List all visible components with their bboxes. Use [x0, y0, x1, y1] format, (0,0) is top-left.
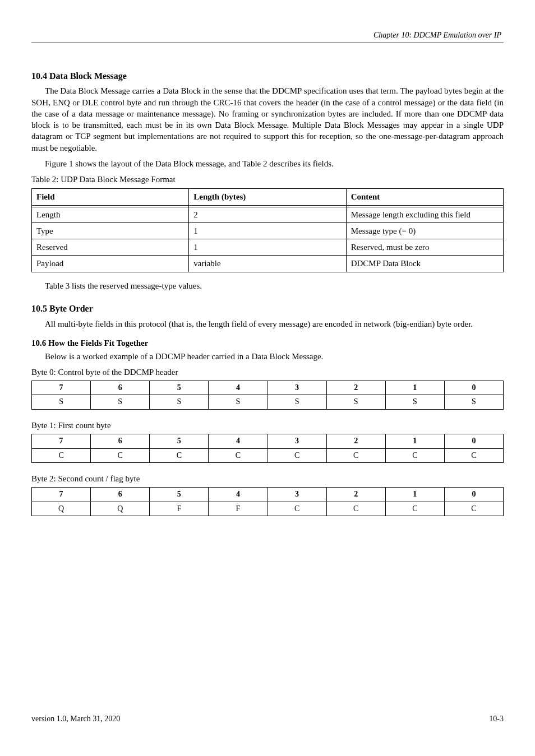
bitval: C: [268, 502, 326, 516]
table2-header-row: Field Length (bytes) Content: [32, 189, 504, 205]
bitval: C: [326, 502, 385, 516]
table-row: Reserved 1 Reserved, must be zero: [32, 239, 504, 256]
table2-h-content: Content: [346, 189, 503, 205]
para-data-block-1: The Data Block Message carries a Data Bl…: [31, 85, 504, 154]
bitval: C: [385, 502, 444, 516]
bitval: C: [326, 448, 385, 463]
bitnum: 3: [268, 487, 326, 502]
bitnum: 6: [91, 434, 150, 448]
bitnum: 4: [209, 434, 268, 448]
spacer: [31, 47, 504, 59]
byte2-bitvals: Q Q F F C C C C: [32, 502, 504, 516]
para-fields-intro: Below is a worked example of a DDCMP hea…: [31, 351, 504, 362]
bitval: S: [326, 395, 385, 410]
bitval: C: [268, 448, 326, 463]
bitnum: 2: [326, 487, 385, 502]
byte0-label-text: Byte 0:: [31, 368, 56, 377]
byte1-bits: 7 6 5 4 3 2 1 0 C C C C C C C C: [31, 434, 504, 463]
byte0-sub: Control byte of the DDCMP header: [58, 368, 178, 377]
bitval: S: [32, 395, 91, 410]
bitnum: 1: [385, 381, 444, 395]
byte2-label-text: Byte 2:: [31, 474, 56, 483]
cell: 1: [189, 239, 346, 256]
bitval: Q: [91, 502, 150, 516]
cell: Length: [32, 205, 189, 222]
bitnum: 6: [91, 487, 150, 502]
byte2-sub: Second count / flag byte: [58, 474, 140, 483]
bitval: S: [268, 395, 326, 410]
bitnum: 0: [444, 434, 503, 448]
byte2-bitnums: 7 6 5 4 3 2 1 0: [32, 487, 504, 502]
byte0-label: Byte 0: Control byte of the DDCMP header: [31, 367, 504, 378]
bitnum: 3: [268, 381, 326, 395]
page-footer: version 1.0, March 31, 2020 10-3: [31, 714, 504, 725]
para-byte-order: All multi-byte fields in this protocol (…: [31, 318, 504, 330]
para-data-block-2b: Table 3 lists the reserved message-type …: [31, 280, 504, 291]
bitnum: 1: [385, 434, 444, 448]
cell: Reserved, must be zero: [346, 239, 503, 256]
cell: 2: [189, 205, 346, 222]
cell: Message type (= 0): [346, 222, 503, 239]
table2: Field Length (bytes) Content Length 2 Me…: [31, 188, 504, 272]
bitnum: 7: [32, 434, 91, 448]
bitval: S: [150, 395, 209, 410]
section-heading-byte-order: 10.5 Byte Order: [31, 303, 504, 315]
table2-h-field: Field: [32, 189, 189, 205]
footer-right: 10-3: [489, 714, 504, 725]
cell: Reserved: [32, 239, 189, 256]
bitnum: 5: [150, 381, 209, 395]
bitval: C: [444, 448, 503, 463]
bitnum: 7: [32, 381, 91, 395]
bitnum: 4: [209, 381, 268, 395]
cell: Type: [32, 222, 189, 239]
bitnum: 5: [150, 434, 209, 448]
table2-caption: Table 2: UDP Data Block Message Format: [31, 174, 504, 185]
bitval: S: [385, 395, 444, 410]
bitval: C: [209, 448, 268, 463]
bitval: Q: [32, 502, 91, 516]
bitval: C: [32, 448, 91, 463]
bitval: F: [209, 502, 268, 516]
section-heading-fields: 10.6 How the Fields Fit Together: [31, 337, 504, 349]
table-row: Payload variable DDCMP Data Block: [32, 256, 504, 272]
byte1-label: Byte 1: First count byte: [31, 420, 504, 431]
bitnum: 3: [268, 434, 326, 448]
bitval: C: [91, 448, 150, 463]
bitval: C: [385, 448, 444, 463]
byte1-bitnums: 7 6 5 4 3 2 1 0: [32, 434, 504, 448]
footer-left: version 1.0, March 31, 2020: [31, 714, 120, 725]
cell: DDCMP Data Block: [346, 256, 503, 272]
bitval: S: [209, 395, 268, 410]
bitnum: 4: [209, 487, 268, 502]
bitnum: 5: [150, 487, 209, 502]
bitval: C: [444, 502, 503, 516]
cell: 1: [189, 222, 346, 239]
byte2-bits: 7 6 5 4 3 2 1 0 Q Q F F C C C C: [31, 487, 504, 517]
byte1-label-text: Byte 1:: [31, 421, 56, 430]
table2-h-length: Length (bytes): [189, 189, 346, 205]
cell: Payload: [32, 256, 189, 272]
section-heading-data-block: 10.4 Data Block Message: [31, 70, 504, 82]
bitnum: 6: [91, 381, 150, 395]
bitnum: 0: [444, 487, 503, 502]
table-row: Type 1 Message type (= 0): [32, 222, 504, 239]
bitval: F: [150, 502, 209, 516]
bitval: S: [444, 395, 503, 410]
byte0-bitvals: S S S S S S S S: [32, 395, 504, 410]
cell: variable: [189, 256, 346, 272]
byte0-bits: 7 6 5 4 3 2 1 0 S S S S S S S S: [31, 381, 504, 410]
table-row: Length 2 Message length excluding this f…: [32, 205, 504, 222]
bitnum: 7: [32, 487, 91, 502]
bitnum: 2: [326, 381, 385, 395]
bitval: S: [91, 395, 150, 410]
byte1-sub: First count byte: [58, 421, 111, 430]
byte0-bitnums: 7 6 5 4 3 2 1 0: [32, 381, 504, 395]
bitnum: 1: [385, 487, 444, 502]
running-head: Chapter 10: DDCMP Emulation over IP: [31, 30, 504, 43]
running-head-text: Chapter 10: DDCMP Emulation over IP: [373, 31, 501, 39]
byte1-bitvals: C C C C C C C C: [32, 448, 504, 463]
para-data-block-2a: Figure 1 shows the layout of the Data Bl…: [31, 158, 504, 169]
bitval: C: [150, 448, 209, 463]
cell: Message length excluding this field: [346, 205, 503, 222]
page: Chapter 10: DDCMP Emulation over IP 10.4…: [0, 0, 535, 756]
